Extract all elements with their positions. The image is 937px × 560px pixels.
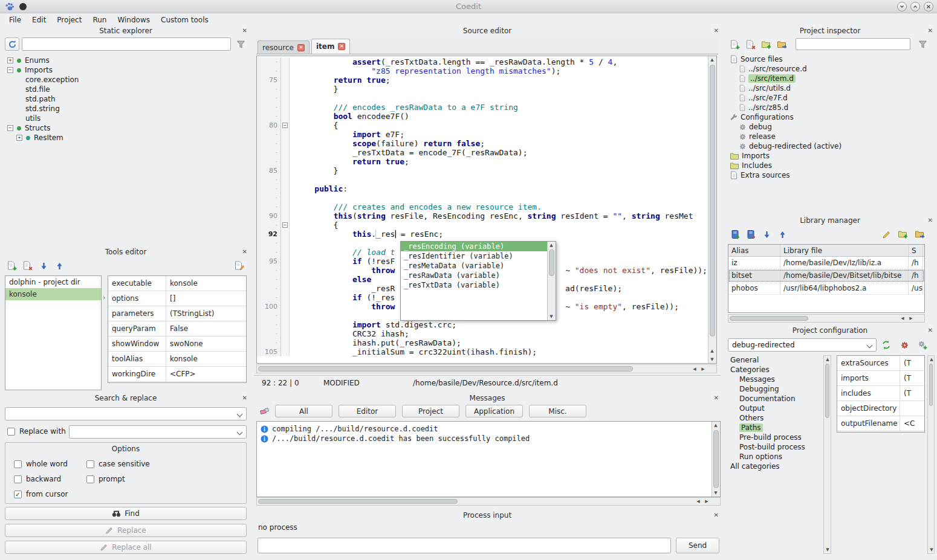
tree-item-post-build-process[interactable]: Post-build process: [728, 442, 821, 452]
completion-item-resrawdata-variable[interactable]: _resRawData (variable): [401, 271, 547, 280]
filter-project-button[interactable]: Project: [402, 405, 459, 417]
tree-item-std-path[interactable]: +std.path: [5, 94, 247, 104]
tree-item-std-string[interactable]: +std.string: [5, 104, 247, 114]
tree-item-paths[interactable]: Paths: [728, 423, 821, 433]
tree-item-debug[interactable]: debug: [728, 122, 932, 132]
scroll-down-icon[interactable]: ▼: [928, 546, 935, 553]
column-header-library-file[interactable]: Library file: [780, 245, 909, 256]
property-row-extrasources[interactable]: extraSources(T: [837, 356, 924, 371]
fold-collapse-icon[interactable]: −: [282, 123, 288, 128]
library-row-phobos[interactable]: phobos/usr/lib64/libphobos2.a/us: [728, 282, 924, 295]
maximize-button[interactable]: [910, 2, 920, 11]
move-tool-down-button[interactable]: [36, 259, 51, 273]
tree-item-src-resource-d[interactable]: ../src/resource.d: [728, 64, 932, 74]
scrollbar-thumb[interactable]: [825, 364, 829, 418]
expander-icon[interactable]: +: [7, 57, 13, 63]
close-button[interactable]: [924, 2, 933, 11]
scrollbar-thumb[interactable]: [258, 366, 633, 372]
scroll-up-icon[interactable]: ▲: [708, 56, 716, 63]
tree-item-all-categories[interactable]: All categories: [728, 462, 821, 471]
option-backward[interactable]: backward: [14, 475, 86, 483]
add-folder-button[interactable]: [759, 37, 774, 52]
property-row-objectdirectory[interactable]: objectDirectory: [837, 401, 924, 416]
tab-close-icon[interactable]: ✕: [338, 43, 345, 50]
sync-configurations-button[interactable]: [879, 338, 893, 352]
shade-button[interactable]: [897, 2, 907, 11]
send-button[interactable]: Send: [676, 538, 719, 553]
add-configuration-button[interactable]: [915, 338, 930, 352]
scroll-up-icon[interactable]: ▲: [928, 356, 935, 363]
property-row-toolalias[interactable]: toolAliaskonsole: [108, 352, 246, 367]
tree-item-imports[interactable]: −Imports: [5, 65, 247, 75]
tree-item-release[interactable]: release: [728, 132, 932, 141]
tree-item-extra-sources[interactable]: Extra sources: [728, 170, 932, 180]
add-library-button[interactable]: [728, 227, 742, 242]
scroll-down-icon[interactable]: ▼: [708, 356, 716, 363]
edit-tool-button[interactable]: [232, 259, 247, 273]
move-library-up-button[interactable]: [775, 227, 789, 242]
scroll-left-icon[interactable]: ◀: [695, 498, 702, 505]
close-icon[interactable]: ✕: [242, 394, 247, 401]
editor-vertical-scrollbar[interactable]: ▲ ▲ ▼: [708, 56, 716, 363]
tool-item-konsole[interactable]: konsole: [5, 288, 101, 300]
filter-misc-button[interactable]: Misc.: [529, 405, 586, 417]
completion-item-resmetadata-variable[interactable]: _resMetaData (variable): [401, 261, 547, 271]
tree-item-output[interactable]: Output: [728, 404, 821, 413]
tree-item-core-exception[interactable]: +core.exception: [5, 75, 247, 85]
scroll-right-icon[interactable]: ▶: [907, 315, 915, 322]
add-library-file-button[interactable]: [896, 227, 910, 242]
option-from-cursor[interactable]: ✓from cursor: [14, 490, 86, 498]
property-row-imports[interactable]: imports(T: [837, 371, 924, 386]
property-row-executable[interactable]: executablekonsole: [108, 276, 246, 291]
replace-with-checkbox[interactable]: Replace with: [7, 427, 66, 436]
configuration-combo[interactable]: debug-redirected: [728, 338, 877, 352]
property-row-workingdire[interactable]: workingDire<CFP>: [108, 367, 246, 382]
column-header-s[interactable]: S: [909, 245, 923, 256]
edit-library-button[interactable]: [879, 227, 893, 242]
remove-library-button[interactable]: [744, 227, 758, 242]
close-icon[interactable]: ✕: [928, 217, 933, 224]
tree-item-utils[interactable]: +utils: [5, 114, 247, 123]
menu-windows[interactable]: Windows: [112, 14, 155, 25]
tree-item-others[interactable]: Others: [728, 413, 821, 423]
move-library-down-button[interactable]: [759, 227, 774, 242]
scroll-up-icon[interactable]: ▲: [708, 347, 716, 355]
tab-resource[interactable]: resource✕: [258, 40, 310, 54]
categories-vertical-scrollbar[interactable]: ▲ ▼: [823, 355, 831, 554]
column-header-alias[interactable]: Alias: [728, 245, 780, 256]
close-icon[interactable]: ✕: [928, 327, 933, 333]
property-row-options[interactable]: options[]: [108, 291, 246, 306]
properties-vertical-scrollbar[interactable]: ▲ ▼: [927, 355, 935, 554]
close-icon[interactable]: ✕: [242, 248, 247, 255]
tree-item-categories[interactable]: Categories: [728, 365, 821, 375]
scroll-left-icon[interactable]: ◀: [899, 315, 906, 322]
process-input-field[interactable]: [258, 538, 671, 553]
expander-icon[interactable]: −: [7, 67, 13, 73]
property-row-queryparam[interactable]: queryParamFalse: [108, 321, 246, 336]
message-row[interactable]: compiling /.../build/resource.d.coedit: [257, 424, 720, 434]
filter-all-button[interactable]: All: [275, 405, 332, 417]
message-row[interactable]: /.../build/resource.d.coedit has been su…: [257, 434, 720, 443]
scrollbar-thumb[interactable]: [549, 249, 554, 276]
property-row-showwindow[interactable]: showWindowswoNone: [108, 336, 246, 352]
library-row-iz[interactable]: iz/home/basile/Dev/Iz/lib/iz.a/h: [728, 257, 924, 269]
scroll-up-icon[interactable]: ▲: [548, 242, 555, 249]
menu-file[interactable]: File: [4, 14, 27, 25]
remove-configuration-button[interactable]: [897, 338, 912, 352]
fold-collapse-icon[interactable]: −: [282, 222, 288, 228]
filter-icon[interactable]: [915, 37, 930, 51]
scrollbar-thumb[interactable]: [730, 316, 808, 321]
splitter-arrow-icon[interactable]: ›: [103, 294, 105, 301]
tree-item-std-file[interactable]: +std.file: [5, 85, 247, 94]
code-editor[interactable]: · assert(_resTxtData.length == _resRawDa…: [256, 56, 717, 364]
property-row-includes[interactable]: includes(T: [837, 386, 924, 401]
editor-horizontal-scrollbar[interactable]: ◀ ▶: [256, 364, 717, 373]
replace-with-combo[interactable]: [69, 425, 247, 439]
tree-item-src-z85-d[interactable]: ../src/z85.d: [728, 103, 932, 112]
replace-all-button[interactable]: Replace all: [5, 541, 247, 554]
libraries-horizontal-scrollbar[interactable]: ◀ ▶: [728, 314, 925, 323]
menu-edit[interactable]: Edit: [27, 14, 51, 25]
static-explorer-search-input[interactable]: [22, 37, 231, 51]
tree-item-enums[interactable]: +Enums: [5, 56, 247, 65]
tree-item-src-e7f-d[interactable]: ../src/e7F.d: [728, 93, 932, 103]
